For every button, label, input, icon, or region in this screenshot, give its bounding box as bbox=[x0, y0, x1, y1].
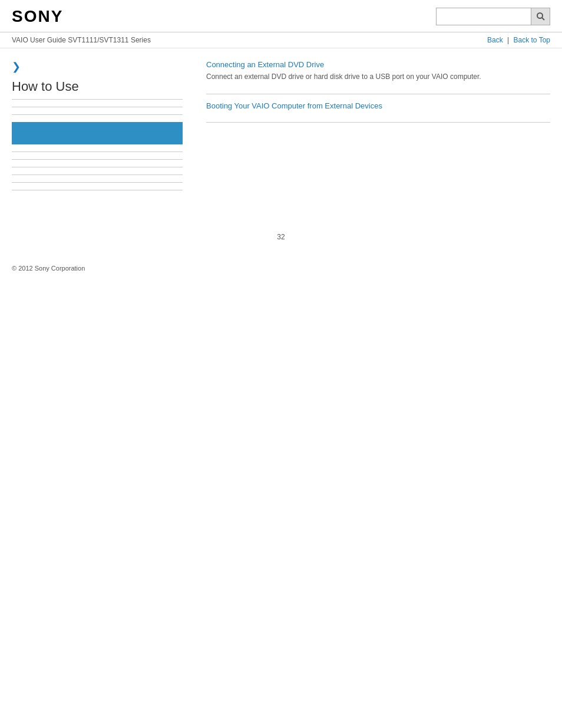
svg-line-1 bbox=[542, 18, 544, 20]
boot-external-link[interactable]: Booting Your VAIO Computer from External… bbox=[206, 101, 550, 110]
sub-header: VAIO User Guide SVT1111/SVT1311 Series B… bbox=[0, 32, 562, 48]
nav-separator: | bbox=[507, 36, 509, 44]
search-box bbox=[436, 8, 550, 25]
page-number: 32 bbox=[0, 233, 562, 241]
content-divider-1 bbox=[206, 94, 550, 94]
main-container: ❯ How to Use Connecting an External DVD … bbox=[0, 48, 562, 209]
content-section-dvd: Connecting an External DVD Drive Connect… bbox=[206, 60, 550, 82]
nav-links: Back | Back to Top bbox=[487, 36, 550, 44]
search-input[interactable] bbox=[437, 8, 531, 25]
content-section-boot: Booting Your VAIO Computer from External… bbox=[206, 101, 550, 110]
sidebar-line-1 bbox=[12, 151, 183, 152]
sidebar-arrow: ❯ bbox=[12, 60, 183, 73]
sony-logo: SONY bbox=[12, 7, 63, 26]
dvd-drive-link[interactable]: Connecting an External DVD Drive bbox=[206, 60, 550, 69]
sidebar-heading: How to Use bbox=[12, 79, 183, 100]
sidebar-line-6 bbox=[12, 190, 183, 190]
sidebar: ❯ How to Use bbox=[12, 60, 194, 197]
search-icon bbox=[536, 12, 546, 21]
sidebar-line-5 bbox=[12, 182, 183, 183]
sidebar-line-3 bbox=[12, 167, 183, 167]
content-divider-2 bbox=[206, 122, 550, 123]
header: SONY bbox=[0, 0, 562, 32]
sidebar-highlight bbox=[12, 122, 183, 144]
guide-title: VAIO User Guide SVT1111/SVT1311 Series bbox=[12, 36, 151, 44]
sidebar-divider-1 bbox=[12, 107, 183, 107]
copyright-text: © 2012 Sony Corporation bbox=[12, 265, 85, 272]
sidebar-line-2 bbox=[12, 159, 183, 160]
sidebar-divider-2 bbox=[12, 114, 183, 115]
svg-point-0 bbox=[537, 13, 543, 18]
back-link[interactable]: Back bbox=[487, 36, 503, 44]
content-area: Connecting an External DVD Drive Connect… bbox=[194, 60, 550, 197]
search-button[interactable] bbox=[531, 8, 550, 25]
dvd-drive-description: Connect an external DVD drive or hard di… bbox=[206, 71, 550, 82]
sidebar-line-4 bbox=[12, 174, 183, 175]
back-to-top-link[interactable]: Back to Top bbox=[514, 36, 550, 44]
footer: © 2012 Sony Corporation bbox=[0, 253, 562, 284]
